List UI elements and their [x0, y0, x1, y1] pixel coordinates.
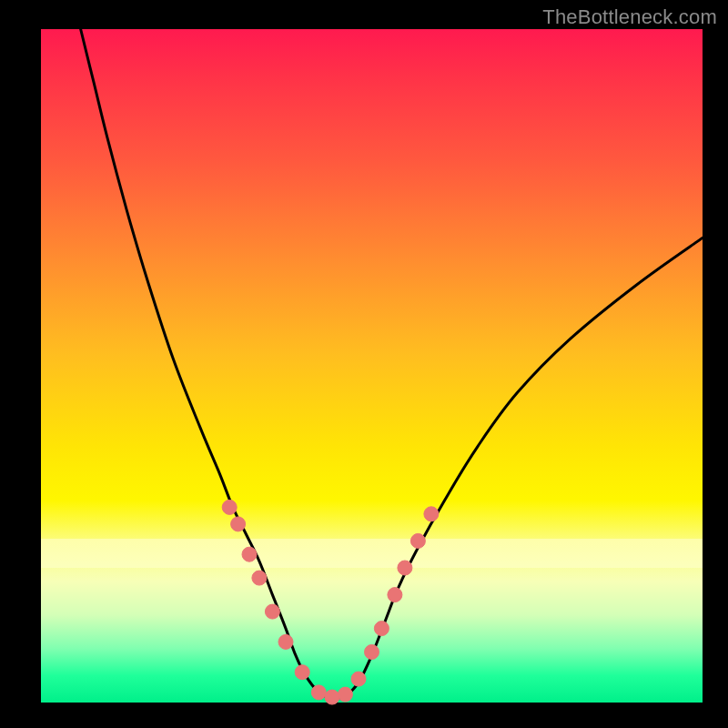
chart-frame: TheBottleneck.com: [0, 0, 728, 728]
data-point: [365, 645, 379, 660]
data-point: [252, 571, 267, 585]
watermark-text: TheBottleneck.com: [542, 5, 717, 29]
data-point: [388, 588, 402, 602]
data-point: [278, 634, 293, 649]
data-point: [410, 533, 425, 548]
data-point: [374, 622, 389, 636]
data-point: [398, 561, 412, 575]
data-point: [351, 672, 366, 686]
plot-area: [41, 29, 703, 703]
curve-layer: [41, 29, 703, 703]
data-point: [265, 604, 279, 619]
data-point: [424, 507, 439, 521]
data-point: [325, 690, 339, 704]
data-point: [338, 687, 352, 702]
data-point: [231, 517, 246, 531]
data-point: [222, 500, 237, 514]
data-point: [295, 665, 309, 680]
data-point: [242, 547, 257, 561]
data-point: [311, 685, 326, 700]
curve-left-branch: [81, 29, 332, 699]
